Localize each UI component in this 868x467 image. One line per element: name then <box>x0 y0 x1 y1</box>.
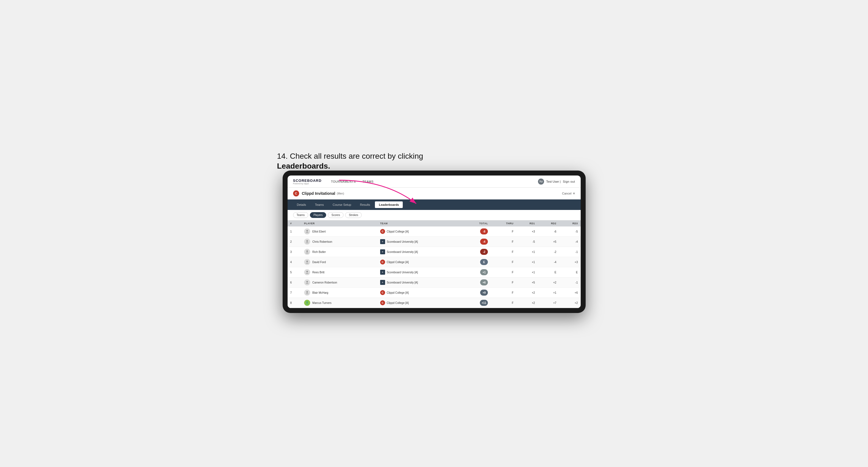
team-icon: ≡ <box>380 270 385 275</box>
cell-team: ≡ Scoreboard University [A] <box>377 247 463 257</box>
filter-bar: Teams Players Scores Strokes <box>287 210 581 220</box>
cell-thru: F <box>491 298 516 308</box>
nav-teams[interactable]: TEAMS <box>363 180 374 183</box>
cell-rd2: +5 <box>538 237 559 247</box>
svg-point-5 <box>306 271 308 273</box>
cell-player: Rich Butler <box>301 247 377 257</box>
filter-scores[interactable]: Scores <box>328 212 343 218</box>
cell-rd3: E <box>559 267 581 277</box>
player-name: Rich Butler <box>312 250 326 253</box>
tournament-header: C Clippd Invitational (Men) Cancel ✕ <box>287 188 581 199</box>
player-name: Marcus Turners <box>312 302 331 305</box>
col-rd3: RD3 <box>559 220 581 226</box>
team-name: Scoreboard University [A] <box>387 250 418 253</box>
cell-rd2: -6 <box>538 226 559 237</box>
cell-player: Chris Robertson <box>301 237 377 247</box>
score-badge: +9 <box>480 289 488 295</box>
cell-thru: F <box>491 277 516 288</box>
table-body: 1 Elliot Ebert C Clippd College [A] -8F+… <box>287 226 581 308</box>
player-name: Blair McHarg <box>312 291 328 294</box>
logo-area: SCOREBOARD Powered by clippd <box>293 179 322 185</box>
cell-thru: F <box>491 257 516 267</box>
cell-rd2: -2 <box>538 247 559 257</box>
cell-total: -2 <box>463 247 491 257</box>
cell-team: C Clippd College [A] <box>377 226 463 237</box>
cell-thru: F <box>491 288 516 298</box>
cell-player: Marcus Turners <box>301 298 377 308</box>
cell-rd3: +6 <box>559 288 581 298</box>
svg-point-3 <box>306 250 308 252</box>
filter-players[interactable]: Players <box>310 212 326 218</box>
cell-total: -4 <box>463 237 491 247</box>
tablet-frame: SCOREBOARD Powered by clippd TOURNAMENTS… <box>283 170 586 313</box>
filter-strokes[interactable]: Strokes <box>345 212 362 218</box>
filter-teams[interactable]: Teams <box>293 212 308 218</box>
team-name: Clippd College [A] <box>387 291 409 294</box>
table-row: 8 Marcus Turners C Clippd College [A] +1… <box>287 298 581 308</box>
score-badge: +11 <box>480 300 488 306</box>
team-name: Clippd College [A] <box>387 230 409 233</box>
tab-details[interactable]: Details <box>293 201 310 208</box>
player-avatar <box>304 259 310 265</box>
table-header: # PLAYER TEAM TOTAL THRU RD1 RD2 RD3 <box>287 220 581 226</box>
tab-results[interactable]: Results <box>356 201 374 208</box>
cell-rd2: +2 <box>538 277 559 288</box>
cell-rd1: +3 <box>516 226 538 237</box>
table-row: 6 Cameron Robertson ≡ Scoreboard Univers… <box>287 277 581 288</box>
player-avatar <box>304 279 310 285</box>
svg-point-2 <box>306 240 308 242</box>
team-icon: C <box>380 290 385 295</box>
cell-rank: 5 <box>287 267 301 277</box>
cell-thru: F <box>491 267 516 277</box>
team-icon: C <box>380 300 385 305</box>
tab-course-setup[interactable]: Course Setup <box>329 201 355 208</box>
player-name: Rees Britt <box>312 271 324 274</box>
team-icon: ≡ <box>380 280 385 285</box>
svg-point-6 <box>306 281 308 283</box>
instruction-text-bold: Leaderboards. <box>277 162 330 170</box>
user-label: Test User | <box>546 180 561 183</box>
page-wrapper: 14. Check all results are correct by cli… <box>283 154 586 313</box>
tab-teams[interactable]: Teams <box>311 201 328 208</box>
cell-player: Cameron Robertson <box>301 277 377 288</box>
player-name: Elliot Ebert <box>312 230 326 233</box>
score-badge: -8 <box>480 228 488 235</box>
table-row: 4 David Ford C Clippd College [A] EF+1-4… <box>287 257 581 267</box>
cell-rank: 8 <box>287 298 301 308</box>
avatar: TU <box>538 179 544 185</box>
player-name: Chris Robertson <box>312 240 332 243</box>
cell-thru: F <box>491 247 516 257</box>
score-badge: +1 <box>480 269 488 275</box>
player-avatar <box>304 239 310 245</box>
cell-rd1: +2 <box>516 288 538 298</box>
cell-rank: 6 <box>287 277 301 288</box>
team-name: Scoreboard University [A] <box>387 271 418 274</box>
signout-link[interactable]: Sign out <box>563 180 575 183</box>
cell-rd3: -5 <box>559 226 581 237</box>
team-name: Scoreboard University [A] <box>387 240 418 243</box>
instruction-block: 14. Check all results are correct by cli… <box>277 151 424 172</box>
cell-rd1: -5 <box>516 237 538 247</box>
cell-rd3: -4 <box>559 237 581 247</box>
cell-total: E <box>463 257 491 267</box>
team-name: Clippd College [A] <box>387 302 409 305</box>
cell-rd1: +2 <box>516 298 538 308</box>
cell-rd2: +1 <box>538 288 559 298</box>
table-row: 7 Blair McHarg C Clippd College [A] +9F+… <box>287 288 581 298</box>
cancel-button[interactable]: Cancel ✕ <box>562 192 575 195</box>
table-row: 5 Rees Britt ≡ Scoreboard University [A]… <box>287 267 581 277</box>
team-name: Scoreboard University [A] <box>387 281 418 284</box>
tournament-icon: C <box>293 190 299 196</box>
cell-team: C Clippd College [A] <box>377 288 463 298</box>
score-badge: +6 <box>480 279 488 285</box>
tournament-title: Clippd Invitational <box>302 191 335 196</box>
cell-thru: F <box>491 237 516 247</box>
tab-leaderboards[interactable]: Leaderboards <box>375 201 403 208</box>
svg-point-8 <box>306 302 308 303</box>
col-rank: # <box>287 220 301 226</box>
team-icon: ≡ <box>380 239 385 244</box>
table-row: 2 Chris Robertson ≡ Scoreboard Universit… <box>287 237 581 247</box>
nav-tournaments[interactable]: TOURNAMENTS <box>331 180 355 183</box>
cell-team: C Clippd College [A] <box>377 257 463 267</box>
cell-rd3: -1 <box>559 247 581 257</box>
